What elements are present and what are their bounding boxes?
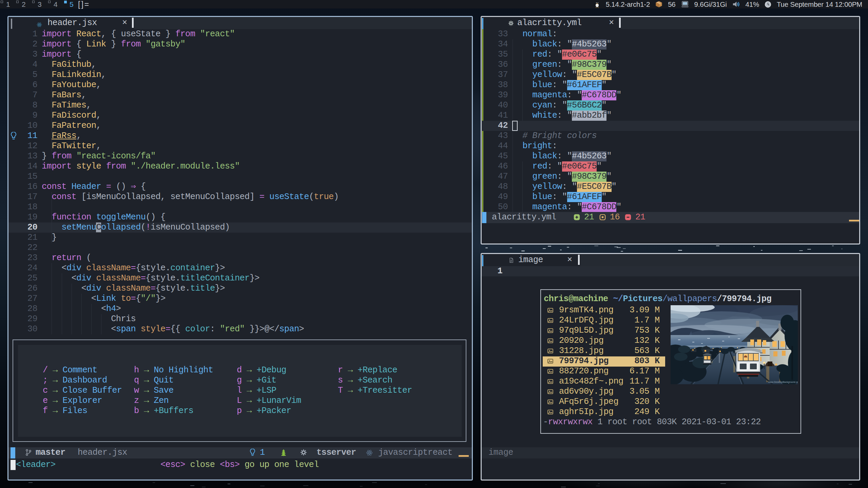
svg-text:www.DesktopBackground.org: www.DesktopBackground.org bbox=[768, 381, 798, 384]
